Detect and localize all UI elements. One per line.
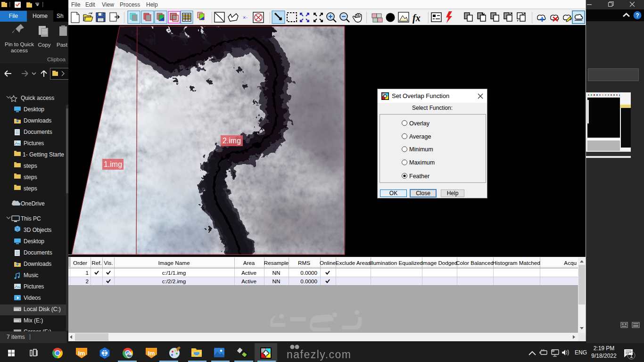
svg-text:Active: Active (241, 278, 256, 284)
svg-text:0.0000: 0.0000 (300, 278, 317, 284)
svg-text:Exclude Areas: Exclude Areas (336, 260, 371, 266)
svg-text:steps: steps (24, 163, 37, 169)
svg-text:NN: NN (272, 278, 281, 284)
svg-text:1- Getting Starte: 1- Getting Starte (23, 151, 64, 158)
svg-text:This PC: This PC (21, 215, 41, 222)
svg-text:3D Objects: 3D Objects (24, 227, 51, 233)
svg-text:Desktop: Desktop (24, 238, 44, 245)
svg-text:Music: Music (24, 272, 38, 279)
svg-text:steps: steps (24, 185, 37, 192)
svg-text:2:19 PM: 2:19 PM (594, 345, 615, 352)
svg-text:1.img: 1.img (104, 160, 122, 168)
svg-text:2: 2 (85, 278, 89, 284)
svg-text:Acqu: Acqu (564, 260, 577, 266)
svg-text:Histogram Matched: Histogram Matched (492, 260, 540, 266)
svg-text:Mix (E:): Mix (E:) (24, 317, 43, 324)
svg-text:Area: Area (243, 260, 255, 266)
svg-text:Overlay: Overlay (409, 120, 430, 127)
svg-text:Local Disk (C:): Local Disk (C:) (24, 306, 61, 313)
svg-text:Ref.: Ref. (91, 260, 101, 266)
svg-text:RMS: RMS (298, 260, 310, 266)
svg-text:9/18/2022: 9/18/2022 (591, 353, 617, 359)
svg-text:Average: Average (409, 133, 431, 140)
svg-text:Documents: Documents (24, 129, 52, 135)
svg-text:c:/1/1.img: c:/1/1.img (162, 270, 186, 276)
svg-text:c:/2/2.img: c:/2/2.img (162, 278, 186, 284)
svg-text:steps: steps (24, 174, 37, 181)
svg-text:0.0000: 0.0000 (300, 270, 317, 276)
svg-text:Image Dodged: Image Dodged (421, 260, 458, 266)
svg-text:Quick access: Quick access (21, 95, 54, 101)
svg-text:Maximum: Maximum (409, 159, 435, 166)
svg-text:Desktop: Desktop (24, 106, 44, 113)
svg-text:Image Name: Image Name (158, 260, 190, 266)
svg-text:OneDrive: OneDrive (21, 200, 45, 207)
svg-text:×·: ×· (243, 15, 248, 20)
svg-text:Pictures: Pictures (24, 283, 44, 290)
svg-text:1: 1 (85, 270, 89, 276)
svg-text:Active: Active (241, 270, 256, 276)
svg-text:Im: Im (78, 350, 85, 357)
svg-text:Feather: Feather (409, 173, 429, 180)
svg-text:Illumination Equalized: Illumination Equalized (369, 260, 423, 266)
svg-text:ENG: ENG (575, 349, 587, 356)
svg-text:Order: Order (73, 260, 87, 266)
svg-text:1: 1 (630, 353, 633, 359)
svg-text:Vis.: Vis. (104, 260, 113, 266)
svg-text:?: ? (636, 12, 639, 19)
svg-text:fx: fx (413, 13, 421, 24)
svg-text:Resample: Resample (264, 260, 289, 266)
svg-text:Minimum: Minimum (409, 146, 433, 153)
svg-text:Pictures: Pictures (24, 140, 44, 147)
svg-text:Online: Online (320, 260, 336, 266)
svg-text:Videos: Videos (24, 295, 41, 301)
svg-text:2.img: 2.img (223, 137, 241, 145)
svg-text:nafezly.com: nafezly.com (287, 348, 352, 361)
svg-text:Color Balanced: Color Balanced (456, 260, 494, 266)
svg-text:Im: Im (148, 350, 155, 357)
svg-text:Documents: Documents (24, 249, 52, 256)
svg-text:Downloads: Downloads (24, 261, 51, 267)
svg-text:Downloads: Downloads (24, 117, 51, 124)
svg-text:NN: NN (272, 270, 281, 276)
